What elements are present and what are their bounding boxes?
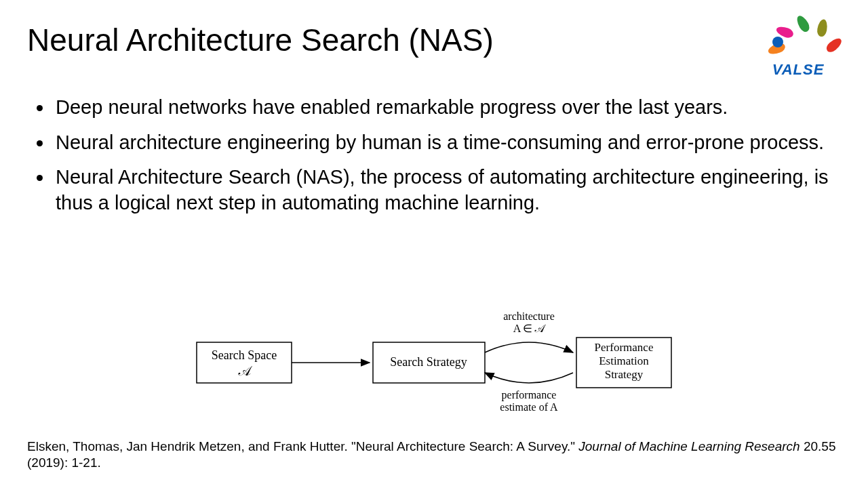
logo-dot (772, 37, 783, 47)
list-item: Neural Architecture Search (NAS), the pr… (53, 165, 834, 216)
box3-label-2: Estimation (599, 354, 649, 367)
arrow-performance (485, 373, 573, 383)
list-item: Neural architecture engineering by human… (53, 130, 834, 156)
citation-prefix: Elsken, Thomas, Jan Hendrik Metzen, and … (27, 439, 578, 453)
logo-petal (816, 18, 829, 37)
perf-label-1: performance (502, 389, 557, 401)
valse-logo: VALSE (747, 12, 849, 79)
box3-label-3: Strategy (605, 368, 644, 381)
box3-label-1: Performance (595, 341, 654, 354)
logo-petals (764, 12, 832, 60)
logo-petal (824, 36, 844, 54)
arch-label-2: A ∈ 𝒜 (513, 323, 547, 334)
citation-journal: Journal of Machine Learning Research (578, 439, 800, 453)
logo-text: VALSE (747, 61, 849, 79)
arch-label-1: architecture (503, 312, 555, 322)
nas-diagram: Search Space 𝒜 Search Strategy architect… (190, 312, 678, 413)
citation: Elsken, Thomas, Jan Hendrik Metzen, and … (27, 439, 841, 472)
box1-label-2: 𝒜 (238, 363, 253, 378)
box1-label-1: Search Space (212, 348, 277, 362)
page-title: Neural Architecture Search (NAS) (27, 22, 494, 58)
bullet-list: Deep neural networks have enabled remark… (34, 95, 834, 226)
perf-label-2: estimate of A (500, 401, 558, 413)
logo-petal (795, 14, 812, 34)
box2-label: Search Strategy (390, 355, 467, 369)
arrow-architecture (485, 342, 573, 352)
list-item: Deep neural networks have enabled remark… (53, 95, 834, 121)
